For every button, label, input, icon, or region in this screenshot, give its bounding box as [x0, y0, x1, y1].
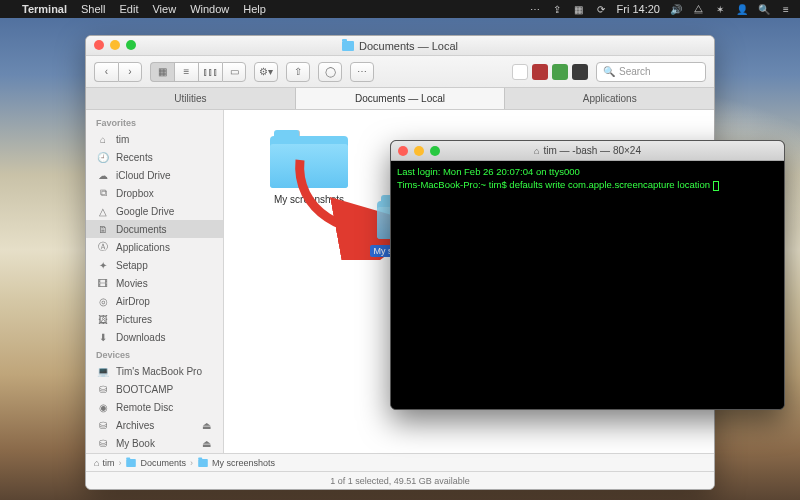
volume-icon[interactable]: 🔊 [670, 3, 682, 15]
app-icon[interactable] [512, 64, 528, 80]
terminal-window[interactable]: ⌂ tim — -bash — 80×24 Last login: Mon Fe… [390, 140, 785, 410]
sidebar-label: iCloud Drive [116, 170, 170, 181]
sidebar-label: Documents [116, 224, 167, 235]
sidebar-item-airdrop[interactable]: ◎AirDrop [86, 292, 223, 310]
search-placeholder: Search [619, 66, 651, 77]
zoom-button[interactable] [430, 146, 440, 156]
close-button[interactable] [398, 146, 408, 156]
finder-pathbar[interactable]: ⌂tim › Documents › My screenshots [86, 453, 714, 471]
menu-shell[interactable]: Shell [81, 3, 105, 15]
sidebar-item-gdrive[interactable]: △Google Drive [86, 202, 223, 220]
sidebar-item-applications[interactable]: ⒶApplications [86, 238, 223, 256]
sidebar-item-remotedisc[interactable]: ◉Remote Disc [86, 398, 223, 416]
menubar-clock[interactable]: Fri 14:20 [617, 3, 660, 15]
gallery-view-button[interactable]: ▭ [222, 62, 246, 82]
finder-tab[interactable]: Applications [505, 88, 714, 109]
terminal-body[interactable]: Last login: Mon Feb 26 20:07:04 on ttys0… [391, 161, 784, 409]
menu-icon[interactable]: ≡ [780, 3, 792, 15]
sidebar-item-home[interactable]: ⌂tim [86, 130, 223, 148]
movies-icon: 🎞 [96, 277, 110, 289]
home-icon: ⌂ [534, 146, 539, 156]
minimize-button[interactable] [110, 40, 120, 50]
terminal-titlebar[interactable]: ⌂ tim — -bash — 80×24 [391, 141, 784, 161]
window-title: Documents — Local [359, 40, 458, 52]
menu-window[interactable]: Window [190, 3, 229, 15]
finder-tab[interactable]: Documents — Local [296, 88, 506, 109]
zoom-button[interactable] [126, 40, 136, 50]
app-icon[interactable] [552, 64, 568, 80]
tags-button[interactable]: ◯ [318, 62, 342, 82]
sidebar-label: Movies [116, 278, 148, 289]
terminal-prompt: Tims-MacBook-Pro:~ tim$ [397, 179, 509, 190]
crumb-label[interactable]: Documents [140, 458, 186, 468]
list-view-button[interactable]: ≡ [174, 62, 198, 82]
sidebar-label: My Book [116, 438, 155, 449]
sidebar-item-setapp[interactable]: ✦Setapp [86, 256, 223, 274]
action-button[interactable]: ⋯ [350, 62, 374, 82]
sidebar-label: AirDrop [116, 296, 150, 307]
finder-titlebar[interactable]: Documents — Local [86, 36, 714, 56]
sidebar-item-downloads[interactable]: ⬇Downloads [86, 328, 223, 346]
sidebar-item-bootcamp[interactable]: ⛁BOOTCAMP [86, 380, 223, 398]
sidebar-item-archives[interactable]: ⛁Archives⏏ [86, 416, 223, 434]
finder-statusbar: 1 of 1 selected, 49.51 GB available [86, 471, 714, 489]
status-icon[interactable]: ⋯ [529, 3, 541, 15]
sidebar-label: Applications [116, 242, 170, 253]
documents-icon: 🗎 [96, 223, 110, 235]
laptop-icon: 💻 [96, 365, 110, 377]
app-menu[interactable]: Terminal [22, 3, 67, 15]
home-icon: ⌂ [94, 458, 99, 468]
status-icon[interactable]: ✶ [714, 3, 726, 15]
back-button[interactable]: ‹ [94, 62, 118, 82]
menu-view[interactable]: View [152, 3, 176, 15]
eject-icon[interactable]: ⏏ [199, 437, 213, 449]
status-icon[interactable]: ⇪ [551, 3, 563, 15]
sidebar-label: Dropbox [116, 188, 154, 199]
arrange-button[interactable]: ⚙▾ [254, 62, 278, 82]
crumb-label[interactable]: My screenshots [212, 458, 275, 468]
crumb-label[interactable]: tim [102, 458, 114, 468]
sidebar-item-recents[interactable]: 🕘Recents [86, 148, 223, 166]
sidebar-heading: Favorites [86, 114, 223, 130]
folder-item[interactable]: My screenshots [254, 130, 364, 205]
sidebar-label: tim [116, 134, 129, 145]
user-icon[interactable]: 👤 [736, 3, 748, 15]
terminal-line: Last login: Mon Feb 26 20:07:04 on ttys0… [397, 166, 580, 177]
app-icon[interactable] [532, 64, 548, 80]
clock-icon: 🕘 [96, 151, 110, 163]
sidebar-label: Archives [116, 420, 154, 431]
sidebar-item-macbook[interactable]: 💻Tim's MacBook Pro [86, 362, 223, 380]
finder-tab[interactable]: Utilities [86, 88, 296, 109]
menu-help[interactable]: Help [243, 3, 266, 15]
menu-edit[interactable]: Edit [120, 3, 139, 15]
icon-view-button[interactable]: ▦ [150, 62, 174, 82]
wifi-icon[interactable]: ⧋ [692, 3, 704, 15]
search-icon: 🔍 [603, 66, 615, 77]
sidebar-item-documents[interactable]: 🗎Documents [86, 220, 223, 238]
minimize-button[interactable] [414, 146, 424, 156]
column-view-button[interactable]: ⫿⫿⫿ [198, 62, 222, 82]
folder-icon [270, 130, 348, 188]
sidebar-label: Google Drive [116, 206, 174, 217]
eject-icon[interactable]: ⏏ [199, 419, 213, 431]
sidebar-item-mybook[interactable]: ⛁My Book⏏ [86, 434, 223, 452]
chevron-icon: › [118, 458, 121, 468]
status-icon[interactable]: ▦ [573, 3, 585, 15]
forward-button[interactable]: › [118, 62, 142, 82]
search-field[interactable]: 🔍 Search [596, 62, 706, 82]
pictures-icon: 🖼 [96, 313, 110, 325]
share-button[interactable]: ⇧ [286, 62, 310, 82]
terminal-command: defaults write com.apple.screencapture l… [509, 179, 712, 190]
sidebar-heading: Devices [86, 346, 223, 362]
app-icon[interactable] [572, 64, 588, 80]
sidebar-item-dropbox[interactable]: ⧉Dropbox [86, 184, 223, 202]
status-icon[interactable]: ⟳ [595, 3, 607, 15]
sidebar-item-pictures[interactable]: 🖼Pictures [86, 310, 223, 328]
folder-icon [198, 459, 208, 467]
finder-sidebar: Favorites ⌂tim 🕘Recents ☁iCloud Drive ⧉D… [86, 110, 224, 453]
terminal-cursor [713, 181, 719, 191]
sidebar-item-icloud[interactable]: ☁iCloud Drive [86, 166, 223, 184]
search-icon[interactable]: 🔍 [758, 3, 770, 15]
sidebar-item-movies[interactable]: 🎞Movies [86, 274, 223, 292]
close-button[interactable] [94, 40, 104, 50]
